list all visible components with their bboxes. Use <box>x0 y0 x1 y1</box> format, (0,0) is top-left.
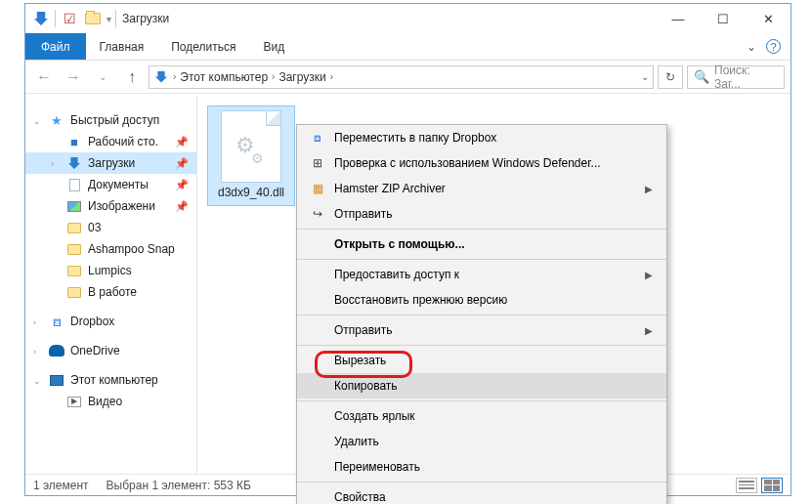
context-menu-item[interactable]: ↪Отправить <box>297 201 666 227</box>
sidebar-item-desktop[interactable]: ■ Рабочий сто. 📌 <box>25 131 196 152</box>
folder-icon <box>66 220 82 235</box>
sidebar-this-pc[interactable]: ⌄ Этот компьютер <box>25 369 196 391</box>
context-menu-item[interactable]: Восстановить прежнюю версию <box>297 287 666 313</box>
context-menu-item[interactable]: ▦Hamster ZIP Archiver▶ <box>297 176 666 201</box>
chevron-right-icon[interactable]: › <box>173 71 176 82</box>
nav-up-button[interactable]: ↑ <box>119 64 145 90</box>
doc-icon <box>66 177 82 192</box>
nav-forward-button[interactable]: → <box>61 64 86 90</box>
separator <box>55 10 56 27</box>
context-menu-label: Свойства <box>334 490 386 504</box>
maximize-button[interactable]: ☐ <box>701 4 746 33</box>
file-item[interactable]: ⚙ ⚙ d3dx9_40.dll <box>207 105 295 206</box>
sidebar-item-pictures[interactable]: Изображени 📌 <box>25 195 196 217</box>
sidebar-item-downloads[interactable]: › Загрузки 📌 <box>25 152 196 174</box>
sidebar-item-folder[interactable]: 03 <box>25 217 196 238</box>
sidebar-item-folder[interactable]: В работе <box>25 281 196 303</box>
context-menu-label: Удалить <box>334 435 379 448</box>
breadcrumb-this-pc[interactable]: Этот компьютер <box>180 70 268 84</box>
context-menu-item[interactable]: ⊞Проверка с использованием Windows Defen… <box>297 150 666 176</box>
context-menu-item[interactable]: Отправить▶ <box>297 317 666 343</box>
context-menu-item[interactable]: Создать ярлык <box>297 403 666 429</box>
close-button[interactable]: ✕ <box>746 4 791 33</box>
context-menu-item[interactable]: ⧈Переместить в папку Dropbox <box>297 125 666 150</box>
sidebar-item-label: В работе <box>88 285 137 299</box>
search-input[interactable]: 🔍 Поиск: Заг... <box>687 65 785 89</box>
gear-icon: ⚙ <box>251 150 264 166</box>
view-details-button[interactable] <box>736 478 757 493</box>
breadcrumb-downloads[interactable]: Загрузки <box>278 70 325 84</box>
chevron-right-icon: ▶ <box>645 325 653 336</box>
file-thumbnail: ⚙ ⚙ <box>221 110 281 183</box>
sidebar-item-label: Изображени <box>88 199 155 213</box>
video-icon <box>66 394 82 409</box>
status-count: 1 элемент <box>33 479 89 492</box>
sidebar-item-label: OneDrive <box>70 344 120 357</box>
tab-view[interactable]: Вид <box>249 33 298 60</box>
address-dropdown-icon[interactable]: ⌄ <box>641 71 649 82</box>
context-menu-label: Копировать <box>334 379 398 393</box>
star-icon: ★ <box>49 112 64 128</box>
desktop-icon: ■ <box>66 134 82 149</box>
tab-home[interactable]: Главная <box>86 33 158 60</box>
qat-properties-icon[interactable]: ☑ <box>60 9 79 28</box>
tab-share[interactable]: Поделиться <box>157 33 249 60</box>
folder-icon <box>66 241 82 257</box>
dropbox-icon: ⧈ <box>307 131 328 145</box>
qat-newfolder-icon[interactable] <box>83 9 103 28</box>
context-menu-label: Восстановить прежнюю версию <box>334 293 507 307</box>
help-icon[interactable]: ? <box>766 39 781 54</box>
context-menu-separator <box>297 345 666 346</box>
address-bar[interactable]: › Этот компьютер › Загрузки › ⌄ <box>149 65 654 89</box>
context-menu-label: Hamster ZIP Archiver <box>334 182 446 195</box>
refresh-button[interactable]: ↻ <box>658 65 683 89</box>
sidebar-item-folder[interactable]: Ashampoo Snap <box>25 238 196 260</box>
context-menu-item[interactable]: Свойства <box>297 484 666 504</box>
navigation-pane: ⌄ ★ Быстрый доступ ■ Рабочий сто. 📌 › За… <box>25 96 197 474</box>
context-menu-item[interactable]: Предоставить доступ к▶ <box>297 262 666 287</box>
sidebar-onedrive[interactable]: › OneDrive <box>25 340 196 361</box>
chevron-right-icon[interactable]: › <box>330 71 333 82</box>
sidebar-item-label: Ashampoo Snap <box>88 242 175 256</box>
downloads-icon <box>66 155 82 171</box>
sidebar-quick-access[interactable]: ⌄ ★ Быстрый доступ <box>25 109 196 131</box>
sidebar-item-label: Загрузки <box>88 156 135 170</box>
sidebar-item-label: Рабочий сто. <box>88 135 158 148</box>
qat-down-icon[interactable] <box>31 9 51 28</box>
tab-file[interactable]: Файл <box>25 33 86 60</box>
context-menu-separator <box>297 259 666 260</box>
context-menu-item[interactable]: Вырезать <box>297 348 666 373</box>
sidebar-item-folder[interactable]: Lumpics <box>25 260 196 281</box>
folder-icon <box>66 263 82 278</box>
context-menu-item[interactable]: Открыть с помощью... <box>297 231 666 257</box>
sidebar-item-label: Видео <box>88 395 122 408</box>
chevron-right-icon: ▶ <box>645 184 653 194</box>
context-menu-item[interactable]: Удалить <box>297 429 666 454</box>
pin-icon: 📌 <box>175 136 189 148</box>
shield-icon: ⊞ <box>307 156 328 170</box>
minimize-button[interactable]: — <box>656 4 701 33</box>
context-menu-item[interactable]: Копировать <box>297 373 666 399</box>
sidebar-item-documents[interactable]: Документы 📌 <box>25 174 196 195</box>
ribbon-collapse-icon[interactable]: ⌄ <box>747 40 756 54</box>
file-name: d3dx9_40.dll <box>218 186 284 199</box>
chevron-right-icon[interactable]: › <box>272 71 275 82</box>
folder-icon <box>66 284 82 300</box>
context-menu-item[interactable]: Переименовать <box>297 454 666 480</box>
nav-history-dropdown[interactable]: ⌄ <box>90 64 115 90</box>
context-menu-label: Отправить <box>334 207 393 221</box>
hamster-icon: ▦ <box>307 182 328 195</box>
status-selection: Выбран 1 элемент: 553 КБ <box>107 479 251 492</box>
context-menu-separator <box>297 482 666 483</box>
search-icon: 🔍 <box>694 69 709 84</box>
pin-icon: 📌 <box>175 179 189 191</box>
nav-back-button[interactable]: ← <box>31 64 57 90</box>
qat-dropdown-icon[interactable]: ▾ <box>107 14 111 24</box>
share-icon: ↪ <box>307 207 328 221</box>
sidebar-item-label: Быстрый доступ <box>70 113 159 127</box>
sidebar-dropbox[interactable]: › ⧈ Dropbox <box>25 311 196 332</box>
view-tiles-button[interactable] <box>761 478 783 493</box>
title-bar: ☑ ▾ Загрузки — ☐ ✕ <box>25 4 791 33</box>
sidebar-item-videos[interactable]: Видео <box>25 391 196 412</box>
downloads-icon <box>155 71 167 83</box>
